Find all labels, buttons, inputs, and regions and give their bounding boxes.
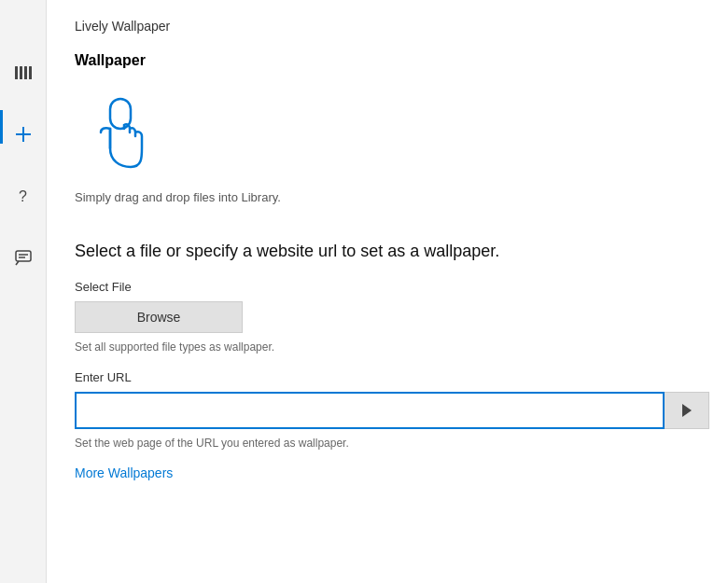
drag-drop-icon (84, 97, 159, 181)
svg-rect-0 (15, 66, 18, 79)
select-heading: Select a file or specify a website url t… (75, 242, 700, 261)
browse-button[interactable]: Browse (75, 301, 243, 333)
svg-rect-2 (24, 66, 27, 79)
sidebar-item-library[interactable] (7, 56, 40, 90)
arrow-right-icon (682, 404, 692, 417)
sidebar-item-help[interactable]: ? (7, 179, 40, 213)
url-input[interactable] (75, 392, 665, 429)
active-indicator (0, 110, 3, 144)
section-title: Wallpaper (75, 52, 700, 69)
url-section: Enter URL Set the web page of the URL yo… (75, 370, 700, 450)
more-wallpapers-link[interactable]: More Wallpapers (75, 465, 173, 480)
svg-rect-3 (29, 66, 32, 79)
sidebar-item-add[interactable] (7, 118, 40, 151)
sidebar: ? (0, 0, 47, 583)
url-hint: Set the web page of the URL you entered … (75, 437, 700, 450)
svg-text:?: ? (19, 188, 27, 204)
url-go-button[interactable] (665, 392, 709, 429)
app-title: Lively Wallpaper (75, 19, 700, 34)
svg-rect-7 (16, 251, 31, 261)
sidebar-item-feedback[interactable] (7, 241, 40, 274)
select-file-label: Select File (75, 280, 700, 294)
add-icon (14, 125, 33, 144)
feedback-icon (14, 248, 33, 267)
drag-drop-area: Simply drag and drop files into Library. (75, 97, 700, 223)
enter-url-label: Enter URL (75, 370, 700, 384)
help-icon: ? (14, 187, 33, 205)
url-input-row (75, 392, 709, 429)
drag-drop-text: Simply drag and drop files into Library. (75, 190, 281, 204)
svg-rect-1 (20, 66, 22, 79)
library-icon (13, 62, 34, 83)
browse-hint: Set all supported file types as wallpape… (75, 340, 700, 354)
main-content: Lively Wallpaper Wallpaper Simply drag a… (47, 0, 728, 583)
